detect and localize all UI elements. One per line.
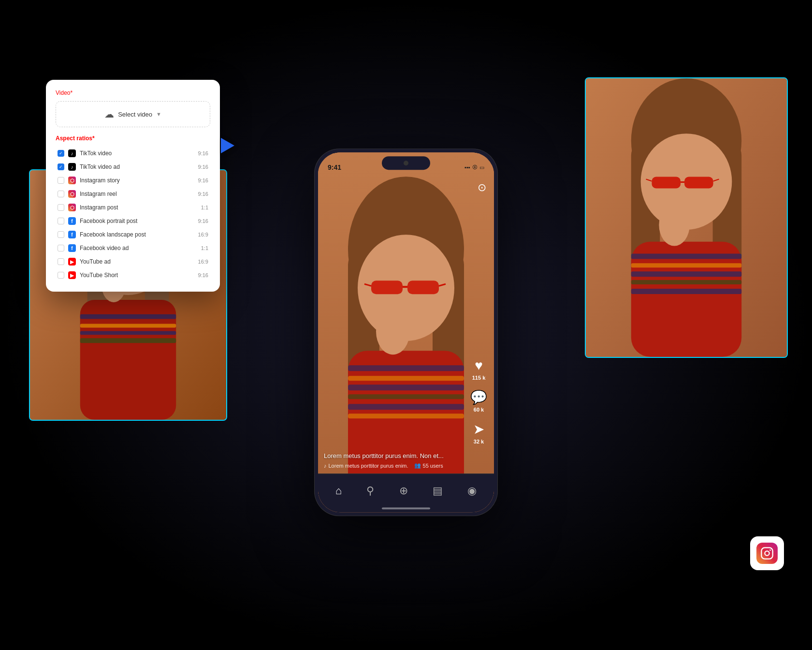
checkbox-youtube-ad[interactable] xyxy=(58,258,64,265)
ratio-name-facebook-landscape: Facebook landscape post xyxy=(80,231,194,238)
ratio-item-instagram-story[interactable]: ⬡ Instagram story 9:16 xyxy=(56,174,210,187)
ratio-item-facebook-portrait[interactable]: f Facebook portrait post 9:16 xyxy=(56,214,210,228)
ratio-name-facebook-video-ad: Facebook video ad xyxy=(80,245,197,251)
ratio-name-tiktok-video-ad: TikTok video ad xyxy=(80,163,194,170)
checkbox-instagram-post[interactable] xyxy=(58,204,64,211)
search-nav-icon[interactable]: ⚲ xyxy=(366,485,374,497)
phone-time: 9:41 xyxy=(328,163,341,171)
svg-rect-49 xyxy=(631,271,741,277)
tiktok-platform-icon: ♪ xyxy=(68,149,76,157)
ratio-name-tiktok-video: TikTok video xyxy=(80,150,194,157)
upload-icon: ☁ xyxy=(104,108,114,120)
ratio-item-facebook-video-ad[interactable]: f Facebook video ad 1:1 xyxy=(56,241,210,255)
home-indicator xyxy=(382,507,430,509)
ratio-item-youtube-short[interactable]: ▶ YouTube Short 9:16 xyxy=(56,268,210,282)
youtube-platform-icon: ▶ xyxy=(68,258,76,266)
battery-icon: ▭ xyxy=(479,164,484,171)
ratio-value-instagram-reel: 9:16 xyxy=(198,191,208,197)
ratio-item-youtube-ad[interactable]: ▶ YouTube ad 16:9 xyxy=(56,255,210,268)
svg-rect-42 xyxy=(684,177,713,189)
phone-screen: 9:41 ▪▪▪ ⦿ ▭ ⊙ xyxy=(318,152,494,512)
ratio-item-instagram-reel[interactable]: ⬡ Instagram reel 9:16 xyxy=(56,187,210,201)
scene: Video* ☁ Select video ▼ Aspect ratios* ♪… xyxy=(0,0,812,650)
checkbox-instagram-reel[interactable] xyxy=(58,191,64,197)
svg-rect-13 xyxy=(80,324,176,328)
ratio-item-tiktok-video[interactable]: ♪ TikTok video 9:16 xyxy=(56,147,210,160)
home-nav-icon[interactable]: ⌂ xyxy=(335,485,342,497)
checkbox-tiktok-video[interactable] xyxy=(58,150,64,157)
checkbox-youtube-short[interactable] xyxy=(58,272,64,279)
ratio-item-instagram-post[interactable]: ⬡ Instagram post 1:1 xyxy=(56,201,210,214)
svg-rect-51 xyxy=(631,289,741,294)
facebook-platform-icon: f xyxy=(68,217,76,225)
chevron-down-icon: ▼ xyxy=(156,111,161,117)
ratio-value-facebook-portrait: 9:16 xyxy=(198,218,208,224)
instagram-platform-icon: ⬡ xyxy=(68,190,76,198)
svg-rect-48 xyxy=(631,263,741,267)
svg-rect-12 xyxy=(80,314,176,319)
instagram-platform-icon: ⬡ xyxy=(68,177,76,184)
phone-container: 9:41 ▪▪▪ ⦿ ▭ ⊙ xyxy=(314,148,498,516)
ratio-value-facebook-video-ad: 1:1 xyxy=(201,245,208,251)
phone-device: 9:41 ▪▪▪ ⦿ ▭ ⊙ xyxy=(314,148,498,516)
cursor-arrow xyxy=(221,138,234,153)
selection-panel: Video* ☁ Select video ▼ Aspect ratios* ♪… xyxy=(46,80,220,292)
checkbox-facebook-landscape[interactable] xyxy=(58,231,64,238)
right-preview-image xyxy=(586,78,787,357)
instagram-platform-icon: ⬡ xyxy=(68,204,76,211)
tiktok-interface: ⊙ ♥ 115 k 💬 60 k ➤ 32 k xyxy=(318,152,494,512)
svg-point-56 xyxy=(769,549,771,551)
camera-icon[interactable]: ⊙ xyxy=(478,181,486,194)
facebook-platform-icon: f xyxy=(68,231,76,238)
ratio-name-facebook-portrait: Facebook portrait post xyxy=(80,218,194,224)
instagram-logo xyxy=(756,543,778,564)
users-info: 👥 55 users xyxy=(414,462,443,469)
tiktok-bottom-info: Lorem metus porttitor purus enim. Non et… xyxy=(324,452,465,469)
svg-rect-54 xyxy=(761,547,772,559)
svg-point-53 xyxy=(666,202,676,222)
svg-rect-15 xyxy=(80,338,176,343)
right-image-frame xyxy=(585,77,788,358)
comment-count: 60 k xyxy=(474,407,484,413)
checkbox-facebook-video-ad[interactable] xyxy=(58,245,64,251)
svg-rect-46 xyxy=(631,242,741,357)
ratio-name-instagram-story: Instagram story xyxy=(80,177,194,184)
facebook-platform-icon: f xyxy=(68,244,76,252)
signal-icon: ▪▪▪ xyxy=(464,164,470,170)
share-button[interactable]: ➤ 32 k xyxy=(473,421,484,444)
svg-rect-50 xyxy=(631,280,741,284)
phone-status-bar: 9:41 ▪▪▪ ⦿ ▭ xyxy=(318,152,494,177)
ratio-value-youtube-ad: 16:9 xyxy=(198,259,208,265)
wifi-icon: ⦿ xyxy=(472,164,478,170)
profile-nav-icon[interactable]: ◉ xyxy=(467,485,477,497)
ratio-value-youtube-short: 9:16 xyxy=(198,272,208,278)
svg-point-55 xyxy=(765,551,769,555)
like-button[interactable]: ♥ 115 k xyxy=(472,358,486,381)
ratio-value-tiktok-video: 9:16 xyxy=(198,150,208,156)
ratio-value-tiktok-video-ad: 9:16 xyxy=(198,164,208,170)
checkbox-tiktok-video-ad[interactable] xyxy=(58,163,64,170)
ratio-name-youtube-short: YouTube Short xyxy=(80,272,194,279)
select-video-label: Select video xyxy=(118,111,152,118)
tiktok-actions: ♥ 115 k 💬 60 k ➤ 32 k xyxy=(470,358,487,444)
share-count: 32 k xyxy=(474,439,484,444)
ratio-name-instagram-reel: Instagram reel xyxy=(80,191,194,197)
instagram-badge xyxy=(750,536,784,570)
add-nav-icon[interactable]: ⊕ xyxy=(399,485,408,497)
comment-button[interactable]: 💬 60 k xyxy=(470,389,487,413)
ratio-item-tiktok-video-ad[interactable]: ♪ TikTok video ad 9:16 xyxy=(56,160,210,174)
checkbox-instagram-story[interactable] xyxy=(58,177,64,184)
ratio-name-instagram-post: Instagram post xyxy=(80,204,197,211)
inbox-nav-icon[interactable]: ▤ xyxy=(433,485,443,497)
status-icons: ▪▪▪ ⦿ ▭ xyxy=(464,164,484,171)
comment-icon: 💬 xyxy=(470,389,487,405)
select-video-button[interactable]: ☁ Select video ▼ xyxy=(56,101,210,127)
ratio-item-facebook-landscape[interactable]: f Facebook landscape post 16:9 xyxy=(56,228,210,241)
svg-rect-14 xyxy=(80,331,176,335)
phone-notch xyxy=(382,156,430,170)
aspect-ratios-label: Aspect ratios* xyxy=(56,135,210,142)
ratio-value-instagram-post: 1:1 xyxy=(201,205,208,210)
ratio-list: ♪ TikTok video 9:16 ♪ TikTok video ad 9:… xyxy=(56,147,210,282)
svg-rect-41 xyxy=(652,177,681,189)
checkbox-facebook-portrait[interactable] xyxy=(58,218,64,224)
